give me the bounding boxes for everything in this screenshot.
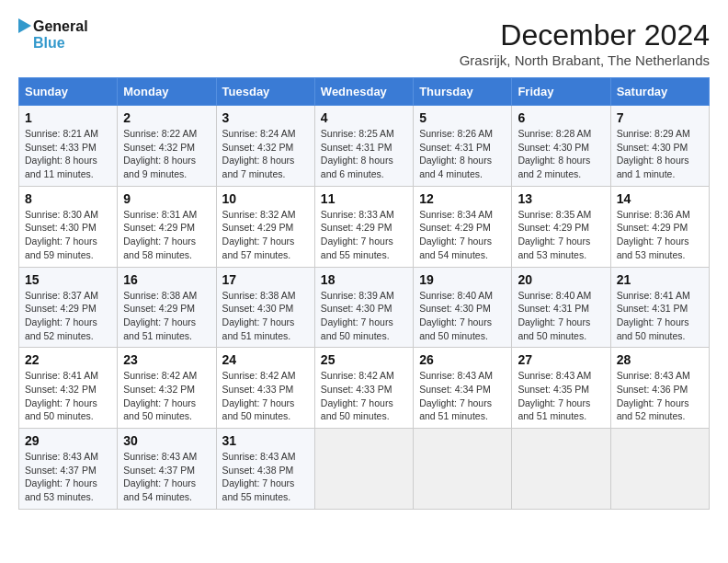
cell-info: Sunrise: 8:40 AM Sunset: 4:31 PM Dayligh… — [518, 289, 604, 343]
calendar-week-row: 22Sunrise: 8:41 AM Sunset: 4:32 PM Dayli… — [19, 348, 710, 429]
calendar-week-row: 8Sunrise: 8:30 AM Sunset: 4:30 PM Daylig… — [19, 186, 710, 267]
cell-info: Sunrise: 8:39 AM Sunset: 4:30 PM Dayligh… — [321, 289, 407, 343]
day-number: 1 — [25, 110, 111, 125]
day-number: 24 — [222, 352, 309, 367]
month-title: December 2024 — [460, 18, 710, 52]
calendar-cell: 20Sunrise: 8:40 AM Sunset: 4:31 PM Dayli… — [512, 267, 610, 348]
day-number: 12 — [419, 191, 506, 206]
calendar-cell — [512, 429, 610, 510]
calendar-cell: 22Sunrise: 8:41 AM Sunset: 4:32 PM Dayli… — [19, 348, 118, 429]
day-number: 8 — [25, 191, 111, 206]
cell-info: Sunrise: 8:25 AM Sunset: 4:31 PM Dayligh… — [321, 127, 407, 181]
calendar-cell — [314, 429, 413, 510]
calendar-cell: 18Sunrise: 8:39 AM Sunset: 4:30 PM Dayli… — [314, 267, 413, 348]
calendar-cell: 5Sunrise: 8:26 AM Sunset: 4:31 PM Daylig… — [414, 106, 512, 187]
header-monday: Monday — [118, 78, 216, 106]
calendar-cell: 15Sunrise: 8:37 AM Sunset: 4:29 PM Dayli… — [19, 267, 118, 348]
day-number: 2 — [123, 110, 210, 125]
day-number: 31 — [222, 433, 309, 448]
calendar-cell: 16Sunrise: 8:38 AM Sunset: 4:29 PM Dayli… — [118, 267, 216, 348]
cell-info: Sunrise: 8:42 AM Sunset: 4:33 PM Dayligh… — [222, 369, 309, 423]
calendar-cell: 23Sunrise: 8:42 AM Sunset: 4:32 PM Dayli… — [118, 348, 216, 429]
calendar-header: Sunday Monday Tuesday Wednesday Thursday… — [19, 78, 710, 106]
day-number: 3 — [222, 110, 309, 125]
day-number: 13 — [518, 191, 604, 206]
calendar-cell: 21Sunrise: 8:41 AM Sunset: 4:31 PM Dayli… — [610, 267, 709, 348]
svg-marker-0 — [18, 18, 31, 33]
cell-info: Sunrise: 8:31 AM Sunset: 4:29 PM Dayligh… — [123, 208, 210, 262]
cell-info: Sunrise: 8:21 AM Sunset: 4:33 PM Dayligh… — [25, 127, 111, 181]
cell-info: Sunrise: 8:43 AM Sunset: 4:38 PM Dayligh… — [222, 450, 309, 504]
calendar-cell: 14Sunrise: 8:36 AM Sunset: 4:29 PM Dayli… — [610, 186, 709, 267]
cell-info: Sunrise: 8:43 AM Sunset: 4:34 PM Dayligh… — [419, 369, 506, 423]
calendar-cell: 28Sunrise: 8:43 AM Sunset: 4:36 PM Dayli… — [610, 348, 709, 429]
day-number: 15 — [25, 272, 111, 287]
header-tuesday: Tuesday — [216, 78, 314, 106]
cell-info: Sunrise: 8:36 AM Sunset: 4:29 PM Dayligh… — [617, 208, 703, 262]
cell-info: Sunrise: 8:43 AM Sunset: 4:37 PM Dayligh… — [25, 450, 111, 504]
calendar-cell: 3Sunrise: 8:24 AM Sunset: 4:32 PM Daylig… — [216, 106, 314, 187]
calendar-cell: 11Sunrise: 8:33 AM Sunset: 4:29 PM Dayli… — [314, 186, 413, 267]
cell-info: Sunrise: 8:22 AM Sunset: 4:32 PM Dayligh… — [123, 127, 210, 181]
cell-info: Sunrise: 8:38 AM Sunset: 4:30 PM Dayligh… — [222, 289, 309, 343]
day-number: 19 — [419, 272, 506, 287]
cell-info: Sunrise: 8:42 AM Sunset: 4:33 PM Dayligh… — [321, 369, 407, 423]
day-number: 22 — [25, 352, 111, 367]
cell-info: Sunrise: 8:33 AM Sunset: 4:29 PM Dayligh… — [321, 208, 407, 262]
cell-info: Sunrise: 8:26 AM Sunset: 4:31 PM Dayligh… — [419, 127, 506, 181]
day-number: 10 — [222, 191, 309, 206]
day-number: 20 — [518, 272, 604, 287]
cell-info: Sunrise: 8:41 AM Sunset: 4:31 PM Dayligh… — [617, 289, 703, 343]
calendar-cell: 1Sunrise: 8:21 AM Sunset: 4:33 PM Daylig… — [19, 106, 118, 187]
cell-info: Sunrise: 8:37 AM Sunset: 4:29 PM Dayligh… — [25, 289, 111, 343]
day-number: 25 — [321, 352, 407, 367]
header-sunday: Sunday — [19, 78, 118, 106]
calendar-cell: 30Sunrise: 8:43 AM Sunset: 4:37 PM Dayli… — [118, 429, 216, 510]
day-number: 9 — [123, 191, 210, 206]
calendar-cell: 19Sunrise: 8:40 AM Sunset: 4:30 PM Dayli… — [414, 267, 512, 348]
calendar-cell — [414, 429, 512, 510]
cell-info: Sunrise: 8:32 AM Sunset: 4:29 PM Dayligh… — [222, 208, 309, 262]
day-number: 14 — [617, 191, 703, 206]
cell-info: Sunrise: 8:40 AM Sunset: 4:30 PM Dayligh… — [419, 289, 506, 343]
day-number: 18 — [321, 272, 407, 287]
cell-info: Sunrise: 8:43 AM Sunset: 4:36 PM Dayligh… — [617, 369, 703, 423]
cell-info: Sunrise: 8:24 AM Sunset: 4:32 PM Dayligh… — [222, 127, 309, 181]
cell-info: Sunrise: 8:28 AM Sunset: 4:30 PM Dayligh… — [518, 127, 604, 181]
calendar-week-row: 1Sunrise: 8:21 AM Sunset: 4:33 PM Daylig… — [19, 106, 710, 187]
calendar-cell: 26Sunrise: 8:43 AM Sunset: 4:34 PM Dayli… — [414, 348, 512, 429]
cell-info: Sunrise: 8:42 AM Sunset: 4:32 PM Dayligh… — [123, 369, 210, 423]
day-number: 4 — [321, 110, 407, 125]
day-number: 29 — [25, 433, 111, 448]
page-header: General Blue December 2024 Grasrijk, Nor… — [18, 18, 710, 68]
header-row: Sunday Monday Tuesday Wednesday Thursday… — [19, 78, 710, 106]
calendar-week-row: 15Sunrise: 8:37 AM Sunset: 4:29 PM Dayli… — [19, 267, 710, 348]
calendar-cell: 29Sunrise: 8:43 AM Sunset: 4:37 PM Dayli… — [19, 429, 118, 510]
calendar-cell: 13Sunrise: 8:35 AM Sunset: 4:29 PM Dayli… — [512, 186, 610, 267]
cell-info: Sunrise: 8:43 AM Sunset: 4:35 PM Dayligh… — [518, 369, 604, 423]
day-number: 17 — [222, 272, 309, 287]
cell-info: Sunrise: 8:38 AM Sunset: 4:29 PM Dayligh… — [123, 289, 210, 343]
calendar-cell: 4Sunrise: 8:25 AM Sunset: 4:31 PM Daylig… — [314, 106, 413, 187]
cell-info: Sunrise: 8:29 AM Sunset: 4:30 PM Dayligh… — [617, 127, 703, 181]
calendar-cell — [610, 429, 709, 510]
logo: General Blue — [18, 18, 88, 52]
calendar-cell: 12Sunrise: 8:34 AM Sunset: 4:29 PM Dayli… — [414, 186, 512, 267]
cell-info: Sunrise: 8:30 AM Sunset: 4:30 PM Dayligh… — [25, 208, 111, 262]
day-number: 23 — [123, 352, 210, 367]
calendar-body: 1Sunrise: 8:21 AM Sunset: 4:33 PM Daylig… — [19, 106, 710, 510]
title-block: December 2024 Grasrijk, North Brabant, T… — [460, 18, 710, 68]
calendar-cell: 8Sunrise: 8:30 AM Sunset: 4:30 PM Daylig… — [19, 186, 118, 267]
logo-icon — [18, 18, 31, 52]
header-friday: Friday — [512, 78, 610, 106]
cell-info: Sunrise: 8:43 AM Sunset: 4:37 PM Dayligh… — [123, 450, 210, 504]
calendar-cell: 27Sunrise: 8:43 AM Sunset: 4:35 PM Dayli… — [512, 348, 610, 429]
day-number: 11 — [321, 191, 407, 206]
location-title: Grasrijk, North Brabant, The Netherlands — [460, 52, 710, 68]
day-number: 7 — [617, 110, 703, 125]
logo-blue: Blue — [33, 35, 88, 52]
calendar-cell: 25Sunrise: 8:42 AM Sunset: 4:33 PM Dayli… — [314, 348, 413, 429]
calendar-cell: 10Sunrise: 8:32 AM Sunset: 4:29 PM Dayli… — [216, 186, 314, 267]
calendar-week-row: 29Sunrise: 8:43 AM Sunset: 4:37 PM Dayli… — [19, 429, 710, 510]
day-number: 28 — [617, 352, 703, 367]
